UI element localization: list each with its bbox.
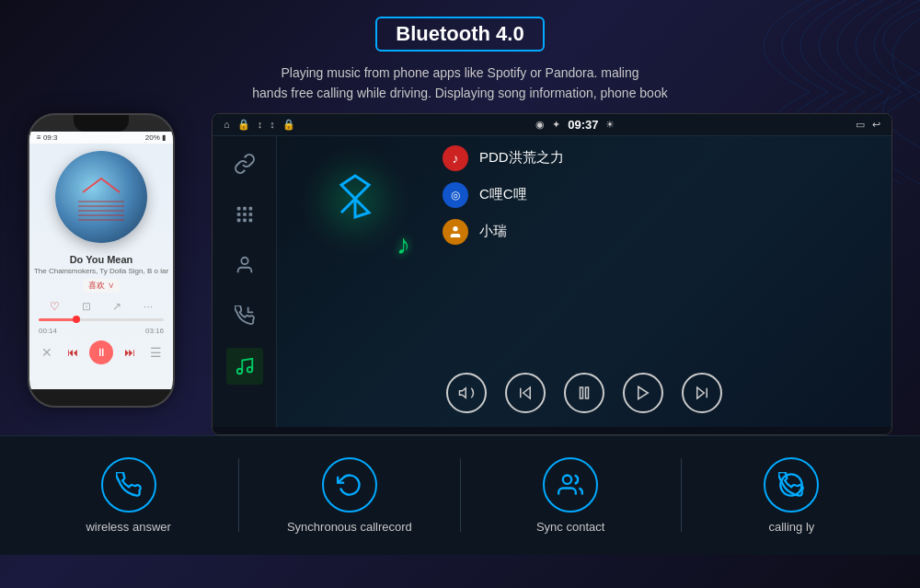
bt-glow-circle: ♪: [300, 145, 410, 256]
song-icon-2: ◎: [443, 182, 468, 208]
phone-progress-fill: [39, 318, 76, 321]
svg-marker-19: [523, 387, 531, 398]
car-next-btn[interactable]: [682, 373, 722, 413]
bt-icon: ✦: [552, 119, 560, 131]
phone-song-artist: The Chainsmokers, Ty Dolla Sign, B o lar: [33, 267, 169, 275]
home-icon[interactable]: ⌂: [224, 119, 230, 130]
phone-stop-btn[interactable]: ✕: [38, 343, 56, 362]
usb-icon1: ↕: [258, 119, 263, 130]
subtitle-line2: hands free calling while driving. Displa…: [252, 86, 667, 100]
song-icon-3: [443, 219, 468, 245]
wireless-answer-icon: [101, 457, 156, 513]
share-icon[interactable]: ⊡: [82, 300, 91, 313]
phone-time-end: 03:16: [145, 327, 164, 335]
phone-menu-btn[interactable]: ☰: [146, 343, 165, 362]
music-note-icon: ♪: [397, 229, 410, 260]
battery-icon: ▭: [856, 119, 865, 131]
more-icon[interactable]: ···: [144, 300, 153, 313]
bluetooth-title: Bluetooth 4.0: [396, 22, 523, 45]
brightness-icon[interactable]: ☀: [605, 119, 615, 131]
phone-play-btn[interactable]: ⏸: [89, 340, 113, 364]
phone-mockup: ≡ 09:3 20% ▮: [28, 113, 193, 408]
phone-album-art: [55, 151, 147, 243]
subtitle: Playing music from phone apps like Spoti…: [252, 63, 667, 104]
car-status-bar: ⌂ 🔒 ↕ ↕ 🔒 ◉ ✦ 09:37 ☀ ▭ ↩: [213, 114, 891, 136]
phone-progress-bar[interactable]: [39, 318, 164, 321]
song-label-1: PDD洪荒之力: [479, 149, 564, 167]
phone-action-row: ♡ ⊡ ↗ ···: [29, 300, 173, 313]
subtitle-line1: Playing music from phone apps like Spoti…: [281, 65, 638, 80]
phone-progress-dot: [73, 316, 80, 323]
svg-marker-18: [460, 388, 466, 398]
feature-callrecord: Synchronous callrecord: [239, 457, 459, 534]
page-content: Bluetooth 4.0 Playing music from phone a…: [0, 0, 920, 588]
car-status-right: ▭ ↩: [856, 119, 880, 131]
phone-time-start: 00:14: [39, 327, 57, 335]
feature-sync-contact: Sync contact: [461, 457, 681, 534]
svg-rect-10: [248, 213, 252, 216]
svg-point-15: [236, 369, 242, 375]
phone-time-labels: 00:14 03:16: [29, 327, 173, 335]
callrecord-label: Synchronous callrecord: [287, 520, 412, 534]
like-icon[interactable]: ♡: [50, 300, 60, 313]
phone-outer: ≡ 09:3 20% ▮: [28, 113, 175, 408]
song-item-3[interactable]: 小瑞: [443, 219, 882, 245]
bt-visual-area: ♪: [286, 145, 424, 256]
calling-label: calling ly: [768, 520, 814, 534]
sidebar-item-phone[interactable]: [226, 297, 263, 334]
back-icon[interactable]: ↩: [872, 119, 880, 131]
song-item-2[interactable]: ◎ C哩C哩: [443, 182, 882, 208]
car-playback-controls: [286, 363, 882, 418]
song-label-3: 小瑞: [479, 223, 507, 240]
song-item-1[interactable]: ♪ PDD洪荒之力: [443, 145, 882, 171]
phone-controls: ✕ ⏮ ⏸ ⏭ ☰: [29, 340, 173, 364]
svg-rect-11: [236, 218, 240, 222]
phone-next-btn[interactable]: ⏭: [121, 343, 139, 362]
sidebar-item-apps[interactable]: [226, 196, 263, 233]
feature-wireless-answer: wireless answer: [18, 457, 238, 534]
car-time: 09:37: [568, 118, 598, 132]
svg-marker-17: [341, 176, 369, 217]
wireless-answer-label: wireless answer: [86, 520, 170, 534]
svg-rect-7: [248, 207, 252, 211]
car-play-btn[interactable]: [623, 373, 663, 413]
main-area: ≡ 09:3 20% ▮: [0, 113, 920, 435]
header-section: Bluetooth 4.0 Playing music from phone a…: [252, 17, 667, 104]
sidebar-item-contacts[interactable]: [226, 247, 263, 283]
svg-rect-8: [236, 213, 240, 216]
sidebar-item-music[interactable]: [226, 348, 263, 385]
car-sidebar: [213, 136, 277, 427]
svg-rect-22: [586, 387, 589, 398]
song-icon-1: ♪: [443, 145, 468, 171]
car-prev-btn[interactable]: [505, 373, 546, 413]
svg-rect-9: [243, 213, 247, 216]
svg-point-26: [563, 475, 571, 483]
bottom-features: wireless answer Synchronous callrecord: [0, 435, 920, 555]
svg-marker-23: [638, 386, 649, 399]
phone-like-badge[interactable]: 喜欢 ∨: [83, 279, 120, 293]
callrecord-icon: [322, 457, 377, 513]
car-status-left: ⌂ 🔒 ↕ ↕ 🔒: [224, 119, 295, 131]
lock-icon2: 🔒: [282, 119, 295, 131]
svg-rect-13: [248, 218, 252, 222]
car-volume-btn[interactable]: [446, 373, 487, 413]
usb-icon2: ↕: [270, 119, 275, 130]
car-pause-btn[interactable]: [564, 373, 604, 413]
svg-rect-5: [236, 207, 240, 211]
feature-calling: calling ly: [682, 457, 902, 534]
bluetooth-badge: Bluetooth 4.0: [375, 17, 544, 52]
phone-prev-btn[interactable]: ⏮: [63, 343, 82, 362]
car-display: ⌂ 🔒 ↕ ↕ 🔒 ◉ ✦ 09:37 ☀ ▭ ↩: [212, 113, 892, 435]
gps-icon: ◉: [535, 119, 545, 131]
sidebar-item-link[interactable]: [226, 145, 263, 182]
sync-contact-label: Sync contact: [536, 520, 604, 534]
svg-rect-12: [243, 218, 247, 222]
phone-status-bar: ≡ 09:3 20% ▮: [29, 132, 173, 144]
svg-point-14: [241, 258, 247, 264]
forward-icon[interactable]: ↗: [112, 300, 121, 313]
svg-rect-6: [243, 207, 247, 211]
bluetooth-large-icon: [332, 171, 378, 230]
phone-status-right: 20% ▮: [145, 133, 166, 142]
sync-contact-icon: [543, 457, 598, 513]
car-body: ♪ ♪ PDD洪荒之力 ◎ C哩C哩: [213, 136, 891, 427]
